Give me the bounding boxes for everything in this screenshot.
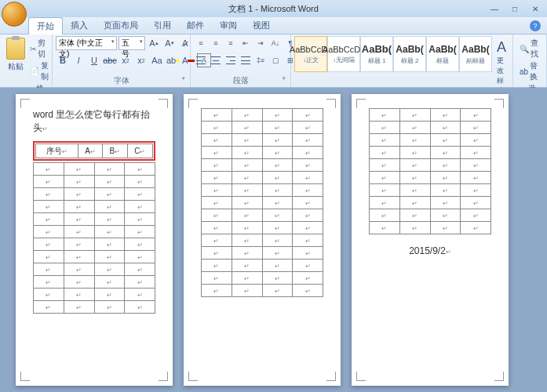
style-normal[interactable]: AaBbCcDd↓正文	[294, 36, 327, 72]
grow-font-button[interactable]: A▴	[147, 36, 161, 50]
table-cell[interactable]: ↵	[293, 109, 323, 122]
table-cell[interactable]: ↵	[64, 251, 94, 263]
tab-layout[interactable]: 页面布局	[96, 17, 146, 34]
table-cell[interactable]: ↵	[202, 159, 232, 172]
table-cell[interactable]: ↵	[370, 172, 400, 184]
table-cell[interactable]: ↵	[94, 238, 125, 251]
table-cell[interactable]: ↵	[262, 222, 293, 234]
table-cell[interactable]: ↵	[34, 263, 64, 276]
table-cell[interactable]: ↵	[232, 285, 262, 297]
underline-button[interactable]: U	[87, 53, 101, 67]
table-cell[interactable]: ↵	[202, 234, 232, 247]
table-cell[interactable]: ↵	[461, 184, 491, 197]
office-button[interactable]	[2, 2, 27, 27]
header-cell[interactable]: C↵	[127, 144, 152, 158]
table-cell[interactable]: ↵	[430, 122, 461, 134]
table-cell[interactable]: ↵	[34, 188, 64, 201]
tab-review[interactable]: 审阅	[212, 17, 245, 34]
table-cell[interactable]: ↵	[202, 209, 232, 222]
table-cell[interactable]: ↵	[262, 184, 293, 197]
table-cell[interactable]: ↵	[262, 134, 293, 147]
table-cell[interactable]: ↵	[293, 159, 323, 172]
table-cell[interactable]: ↵	[399, 134, 430, 147]
table-cell[interactable]: ↵	[370, 134, 400, 147]
table-cell[interactable]: ↵	[399, 222, 430, 234]
table-cell[interactable]: ↵	[94, 276, 125, 289]
table-cell[interactable]: ↵	[430, 209, 461, 222]
increase-indent-button[interactable]: ⇥	[253, 36, 268, 50]
table-cell[interactable]: ↵	[430, 109, 461, 122]
table-cell[interactable]: ↵	[370, 159, 400, 172]
table-cell[interactable]: ↵	[34, 276, 64, 289]
find-button[interactable]: 🔍查找	[520, 38, 540, 60]
table-cell[interactable]: ↵	[399, 197, 430, 209]
table-cell[interactable]: ↵	[64, 301, 94, 314]
table-cell[interactable]: ↵	[293, 272, 323, 285]
table-cell[interactable]: ↵	[64, 226, 94, 238]
table-cell[interactable]: ↵	[399, 172, 430, 184]
document-area[interactable]: word 里怎么使它每行都有抬头↵ 序号↵ A↵ B↵ C↵ ↵↵↵↵↵↵↵↵↵…	[0, 88, 547, 392]
table-cell[interactable]: ↵	[232, 134, 262, 147]
table-cell[interactable]: ↵	[94, 301, 125, 314]
table-cell[interactable]: ↵	[399, 147, 430, 159]
table-cell[interactable]: ↵	[34, 176, 64, 188]
table-cell[interactable]: ↵	[94, 263, 125, 276]
table-cell[interactable]: ↵	[370, 109, 400, 122]
table-cell[interactable]: ↵	[430, 197, 461, 209]
bullets-button[interactable]: ≡	[194, 36, 208, 50]
tab-view[interactable]: 视图	[245, 17, 278, 34]
table-cell[interactable]: ↵	[430, 134, 461, 147]
table-cell[interactable]: ↵	[34, 238, 64, 251]
table-cell[interactable]: ↵	[262, 197, 293, 209]
align-left-button[interactable]	[194, 53, 208, 67]
table-cell[interactable]: ↵	[461, 109, 491, 122]
table-cell[interactable]: ↵	[34, 251, 64, 263]
style-nospacing[interactable]: AaBbCcDd↓无间隔	[327, 36, 360, 72]
table-cell[interactable]: ↵	[262, 172, 293, 184]
table-cell[interactable]: ↵	[430, 147, 461, 159]
table-cell[interactable]: ↵	[232, 247, 262, 260]
decrease-indent-button[interactable]: ⇤	[239, 36, 253, 50]
tab-insert[interactable]: 插入	[63, 17, 96, 34]
tab-mail[interactable]: 邮件	[179, 17, 212, 34]
table-cell[interactable]: ↵	[125, 238, 155, 251]
italic-button[interactable]: I	[71, 53, 86, 67]
paste-button[interactable]: 粘贴	[3, 36, 28, 74]
table-cell[interactable]: ↵	[262, 285, 293, 297]
table-cell[interactable]: ↵	[399, 184, 430, 197]
highlight-button[interactable]: ab	[166, 53, 180, 67]
table-cell[interactable]: ↵	[94, 251, 125, 263]
table-cell[interactable]: ↵	[293, 197, 323, 209]
table-cell[interactable]: ↵	[94, 226, 125, 238]
table-cell[interactable]: ↵	[293, 209, 323, 222]
table-cell[interactable]: ↵	[64, 176, 94, 188]
table-cell[interactable]: ↵	[370, 122, 400, 134]
table-cell[interactable]: ↵	[293, 247, 323, 260]
table-cell[interactable]: ↵	[262, 272, 293, 285]
align-center-button[interactable]	[209, 53, 223, 67]
table-cell[interactable]: ↵	[64, 276, 94, 289]
close-button[interactable]: ✕	[527, 3, 544, 14]
table-cell[interactable]: ↵	[370, 222, 400, 234]
table-cell[interactable]: ↵	[202, 197, 232, 209]
table-cell[interactable]: ↵	[232, 159, 262, 172]
table-cell[interactable]: ↵	[232, 209, 262, 222]
table-cell[interactable]: ↵	[293, 172, 323, 184]
table-cell[interactable]: ↵	[262, 122, 293, 134]
table-cell[interactable]: ↵	[94, 163, 125, 176]
table-cell[interactable]: ↵	[293, 260, 323, 272]
table-cell[interactable]: ↵	[202, 147, 232, 159]
table-cell[interactable]: ↵	[461, 209, 491, 222]
table-cell[interactable]: ↵	[461, 172, 491, 184]
table-cell[interactable]: ↵	[125, 188, 155, 201]
style-heading2[interactable]: AaBb(标题 2	[393, 36, 426, 72]
header-cell[interactable]: B↵	[103, 144, 127, 158]
table-cell[interactable]: ↵	[262, 109, 293, 122]
table-cell[interactable]: ↵	[202, 272, 232, 285]
table-cell[interactable]: ↵	[125, 289, 155, 301]
sort-button[interactable]: A↓	[268, 36, 283, 50]
copy-button[interactable]: 📄复制	[30, 60, 49, 82]
help-icon[interactable]: ?	[530, 20, 541, 31]
numbering-button[interactable]: ≡	[209, 36, 223, 50]
table-cell[interactable]: ↵	[202, 184, 232, 197]
